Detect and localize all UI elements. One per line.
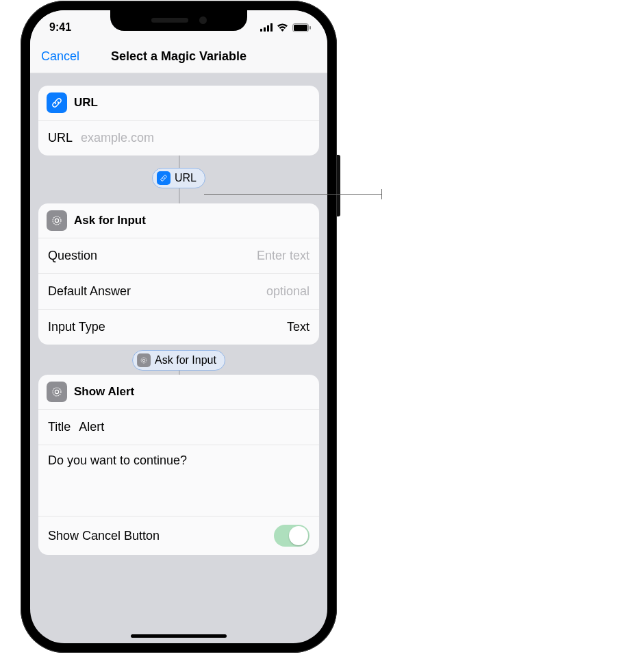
iphone-frame: 9:41 Cancel Select a Magic Variable	[21, 1, 337, 653]
alert-message-text: Do you want to continue?	[48, 453, 187, 467]
url-field-placeholder: example.com	[81, 131, 154, 145]
svg-rect-1	[264, 27, 266, 32]
svg-rect-5	[294, 25, 307, 31]
svg-rect-3	[270, 23, 273, 32]
link-icon	[47, 92, 67, 113]
ask-input-variable-pill[interactable]: Ask for Input	[132, 350, 225, 371]
url-variable-pill[interactable]: URL	[152, 168, 205, 188]
url-input-row[interactable]: URL example.com	[38, 120, 319, 155]
svg-rect-0	[260, 29, 262, 32]
svg-rect-6	[310, 26, 311, 29]
alert-title-value: Alert	[79, 420, 104, 434]
show-cancel-label: Show Cancel Button	[48, 529, 160, 543]
input-type-value: Text	[287, 320, 310, 334]
svg-point-11	[53, 388, 61, 396]
gear-icon	[137, 353, 151, 367]
link-icon	[157, 171, 170, 185]
ask-input-card: Ask for Input Question Enter text Defaul…	[38, 203, 319, 345]
url-card-title: URL	[74, 96, 98, 110]
content-area: URL URL example.com URL	[30, 73, 327, 643]
url-action-card: URL URL example.com	[38, 86, 319, 155]
ask-pill-label: Ask for Input	[155, 354, 216, 366]
question-placeholder: Enter text	[257, 249, 310, 263]
default-answer-row[interactable]: Default Answer optional	[38, 273, 319, 309]
input-type-row[interactable]: Input Type Text	[38, 309, 319, 345]
show-cancel-row: Show Cancel Button	[38, 516, 319, 555]
cancel-button[interactable]: Cancel	[30, 49, 79, 64]
svg-point-12	[55, 390, 58, 393]
gear-icon	[47, 382, 67, 402]
default-answer-placeholder: optional	[266, 284, 310, 299]
ask-card-title: Ask for Input	[74, 214, 146, 227]
nav-bar: Cancel Select a Magic Variable	[30, 40, 327, 73]
svg-rect-2	[267, 25, 269, 32]
alert-card-header: Show Alert	[38, 375, 319, 409]
ask-card-header: Ask for Input	[38, 203, 319, 238]
callout-tick	[381, 189, 382, 199]
alert-message-field[interactable]: Do you want to continue?	[38, 445, 319, 516]
wifi-icon	[277, 23, 288, 32]
question-row[interactable]: Question Enter text	[38, 238, 319, 273]
cellular-icon	[260, 23, 273, 32]
status-time: 9:41	[49, 17, 71, 34]
gear-icon	[47, 210, 67, 231]
status-icons	[260, 19, 311, 32]
url-card-header: URL	[38, 86, 319, 120]
input-type-label: Input Type	[48, 320, 105, 334]
alert-card-title: Show Alert	[74, 385, 134, 399]
screen: 9:41 Cancel Select a Magic Variable	[30, 10, 327, 643]
svg-point-10	[142, 359, 145, 362]
gap-2: Ask for Input	[38, 345, 319, 375]
svg-point-8	[55, 219, 58, 222]
svg-point-7	[53, 216, 61, 225]
notch	[110, 10, 247, 31]
question-label: Question	[48, 249, 97, 263]
show-alert-card: Show Alert Title Alert Do you want to co…	[38, 375, 319, 555]
home-indicator[interactable]	[131, 634, 227, 638]
url-field-label: URL	[48, 131, 73, 145]
default-answer-label: Default Answer	[48, 284, 131, 299]
alert-title-row[interactable]: Title Alert	[38, 409, 319, 445]
callout-line	[204, 194, 382, 195]
alert-title-label: Title	[48, 420, 71, 434]
svg-point-9	[141, 358, 147, 363]
url-pill-label: URL	[175, 172, 197, 184]
show-cancel-toggle[interactable]	[274, 525, 310, 547]
battery-icon	[292, 23, 311, 32]
